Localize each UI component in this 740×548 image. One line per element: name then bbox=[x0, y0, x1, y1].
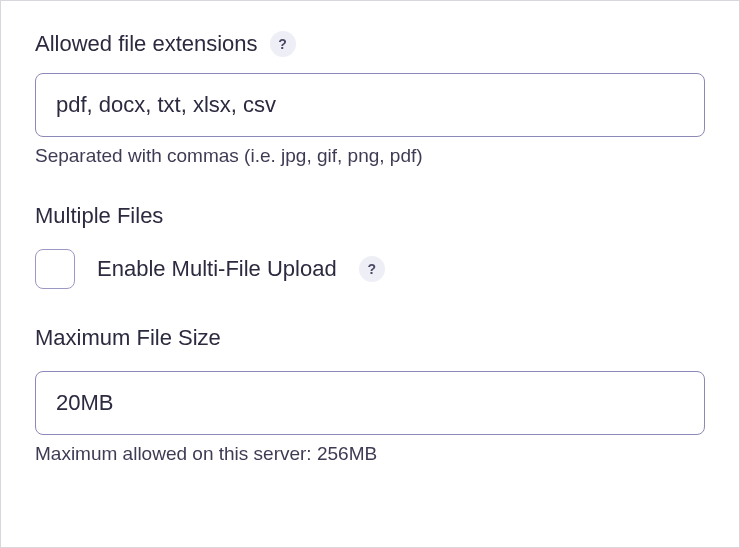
max-file-size-group: Maximum File Size Maximum allowed on thi… bbox=[35, 325, 705, 465]
max-file-size-hint: Maximum allowed on this server: 256MB bbox=[35, 443, 705, 465]
allowed-extensions-group: Allowed file extensions ? Separated with… bbox=[35, 31, 705, 167]
multi-file-checkbox-label: Enable Multi-File Upload bbox=[97, 256, 337, 282]
multi-file-checkbox[interactable] bbox=[35, 249, 75, 289]
help-icon[interactable]: ? bbox=[359, 256, 385, 282]
allowed-extensions-hint: Separated with commas (i.e. jpg, gif, pn… bbox=[35, 145, 705, 167]
max-file-size-input[interactable] bbox=[35, 371, 705, 435]
multiple-files-heading: Multiple Files bbox=[35, 203, 705, 229]
multiple-files-group: Multiple Files Enable Multi-File Upload … bbox=[35, 203, 705, 289]
allowed-extensions-label-row: Allowed file extensions ? bbox=[35, 31, 705, 57]
multi-file-checkbox-row: Enable Multi-File Upload ? bbox=[35, 249, 705, 289]
allowed-extensions-input[interactable] bbox=[35, 73, 705, 137]
settings-panel: Allowed file extensions ? Separated with… bbox=[0, 0, 740, 548]
allowed-extensions-label: Allowed file extensions bbox=[35, 31, 258, 57]
help-icon[interactable]: ? bbox=[270, 31, 296, 57]
max-file-size-heading: Maximum File Size bbox=[35, 325, 705, 351]
